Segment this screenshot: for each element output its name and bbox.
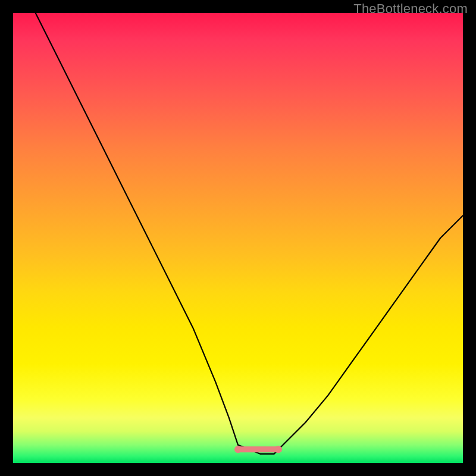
- chart-frame: TheBottleneck.com: [0, 0, 476, 476]
- plot-area: [13, 13, 463, 463]
- bottleneck-curve: [13, 13, 463, 463]
- watermark-text: TheBottleneck.com: [353, 1, 468, 17]
- svg-point-0: [234, 446, 242, 453]
- svg-point-1: [275, 446, 282, 453]
